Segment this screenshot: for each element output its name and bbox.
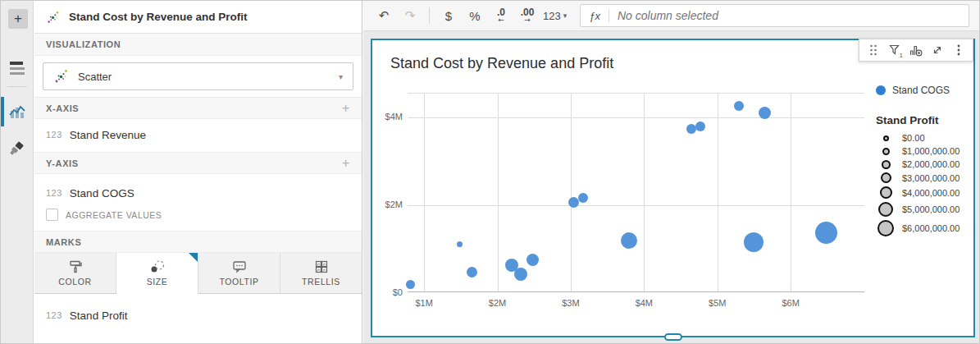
size-legend-label: $6,000,000.00 [902, 223, 959, 233]
paintbrush-icon [9, 140, 25, 157]
tab-tooltip[interactable]: TOOLTIP [198, 253, 280, 293]
visualization-row: Scatter ▾ [34, 56, 362, 97]
chevron-down-icon: ▾ [563, 11, 567, 20]
more-options-icon[interactable] [950, 41, 968, 59]
redo-button[interactable]: ↷ [399, 5, 421, 26]
y-axis-add-icon[interactable]: + [342, 156, 350, 171]
size-legend-circle [876, 202, 896, 217]
scatter-point[interactable] [578, 193, 588, 203]
x-gridline [424, 94, 425, 291]
paint-roller-icon [68, 259, 83, 274]
x-axis-field-name: Stand Revenue [70, 129, 146, 141]
scatter-option-icon [53, 68, 70, 85]
visualization-type-select[interactable]: Scatter ▾ [43, 62, 353, 90]
x-gridline [644, 94, 645, 291]
resize-handle[interactable] [664, 333, 682, 341]
size-circle-glyph [881, 172, 891, 183]
size-legend: $0.00$1,000,000.00$2,000,000.00$3,000,00… [876, 133, 973, 236]
size-circle-glyph [878, 202, 893, 217]
scatter-point[interactable] [406, 280, 415, 289]
chart-icon [8, 103, 26, 120]
tab-trellis[interactable]: TRELLIS [280, 253, 362, 293]
currency-format-button[interactable]: $ [438, 5, 459, 26]
section-header-y-axis: Y-AXIS + [34, 152, 362, 174]
aggregate-values-checkbox[interactable] [46, 209, 58, 221]
drag-handle-icon[interactable] [864, 41, 882, 59]
x-gridline [791, 94, 791, 291]
numeric-type-icon: 123 [46, 188, 62, 198]
sidebar-item-format[interactable] [1, 132, 34, 165]
x-axis-field[interactable]: 123 Stand Revenue [34, 119, 362, 152]
chart-add-icon[interactable] [907, 41, 925, 59]
x-tick-label: $4M [636, 298, 653, 308]
chevron-down-icon: ▾ [339, 72, 343, 81]
trellis-grid-icon [314, 259, 329, 274]
marks-label: MARKS [46, 237, 81, 247]
decrease-decimal-button[interactable]: .0 ← [490, 5, 512, 26]
expand-icon[interactable] [928, 41, 946, 59]
size-field-name: Stand Profit [70, 310, 128, 322]
increase-decimal-button[interactable]: .00 → [517, 5, 538, 26]
scatter-point[interactable] [815, 222, 837, 244]
size-circle-glyph [880, 186, 892, 199]
filter-count-badge: 1 [900, 52, 903, 59]
aggregate-values-row: AGGREGATE VALUES [34, 207, 362, 231]
y-axis-field-name: Stand COGS [70, 187, 134, 200]
size-field[interactable]: 123 Stand Profit [34, 294, 362, 327]
number-format-dropdown[interactable]: 123 ▾ [543, 10, 567, 22]
tooltip-bubble-icon [232, 259, 247, 274]
size-legend-label: $5,000,000.00 [902, 204, 959, 214]
sidebar-item-visualization[interactable] [1, 95, 34, 128]
tab-size[interactable]: SIZE [116, 253, 198, 294]
formula-divider [609, 9, 609, 22]
filter-button[interactable]: 1 [886, 41, 904, 59]
visualization-container[interactable]: Stand Cost by Revenue and Profit $1M$2M$… [371, 39, 975, 337]
scatter-point[interactable] [734, 101, 744, 111]
y-gridline [408, 205, 864, 206]
y-tick-label: $0 [375, 287, 403, 297]
legend-series-stand-cogs[interactable]: Stand COGS [876, 85, 973, 96]
x-gridline [571, 94, 572, 291]
size-legend-circle [876, 135, 896, 141]
scatter-point[interactable] [457, 241, 463, 247]
size-legend-label: $0.00 [902, 133, 925, 143]
scatter-point[interactable] [621, 232, 637, 249]
scatter-point[interactable] [568, 197, 579, 208]
undo-button[interactable]: ↶ [373, 5, 394, 26]
y-gridline [408, 117, 864, 118]
scatter-point[interactable] [695, 122, 705, 131]
arrow-left-icon: ← [498, 16, 504, 24]
scatter-point[interactable] [526, 254, 539, 266]
formula-input[interactable] [618, 9, 960, 22]
app-window: + [0, 0, 980, 344]
scatter-point[interactable] [744, 232, 763, 252]
scatter-point[interactable] [467, 267, 477, 277]
formula-bar: ƒx [580, 4, 969, 27]
size-circle-glyph [882, 148, 890, 155]
panel-title: Stand Cost by Revenue and Profit [69, 11, 248, 23]
percent-format-button[interactable]: % [464, 5, 485, 26]
size-circle-glyph [882, 160, 891, 169]
x-tick-label: $3M [562, 298, 579, 308]
tab-color[interactable]: COLOR [34, 253, 116, 293]
size-legend-item: $3,000,000.00 [876, 172, 973, 183]
add-button[interactable]: + [8, 9, 28, 29]
x-gridline [718, 94, 718, 291]
visualization-label: VISUALIZATION [46, 39, 121, 49]
size-legend-item: $0.00 [876, 133, 973, 143]
chart-title: Stand Cost by Revenue and Profit [390, 55, 613, 72]
section-header-x-axis: X-AXIS + [34, 97, 362, 119]
scatter-point[interactable] [514, 268, 527, 281]
x-tick-label: $1M [415, 298, 432, 308]
series-label: Stand COGS [892, 85, 950, 96]
marks-tabs: COLOR SIZE [34, 253, 362, 294]
visualization-selected-value: Scatter [78, 71, 112, 83]
size-legend-item: $1,000,000.00 [876, 146, 973, 156]
config-panel: Stand Cost by Revenue and Profit VISUALI… [34, 1, 362, 343]
y-axis-field[interactable]: 123 Stand COGS [34, 174, 362, 207]
size-legend-item: $5,000,000.00 [876, 202, 973, 217]
toolbar-divider [429, 7, 430, 24]
sidebar-item-data[interactable] [1, 52, 34, 85]
x-axis-add-icon[interactable]: + [342, 101, 350, 116]
size-legend-circle [876, 172, 896, 183]
